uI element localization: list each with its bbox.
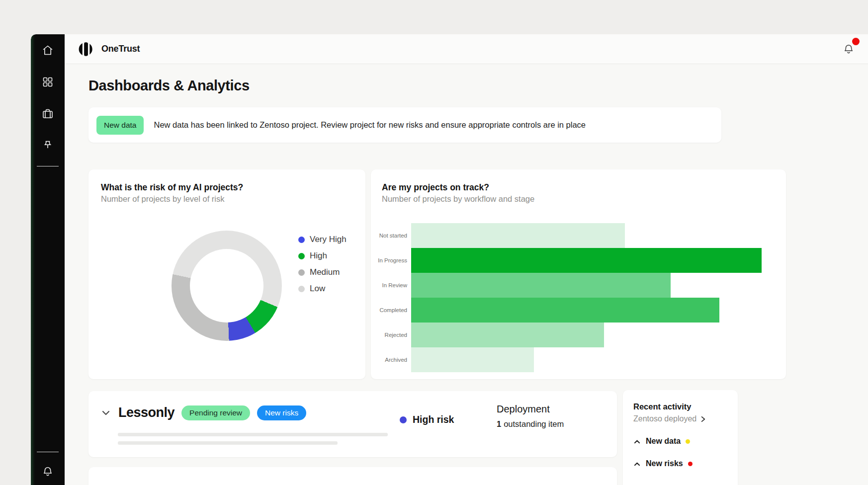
- activity-list: New dataNew risks: [633, 437, 728, 468]
- top-header: OneTrust: [65, 34, 868, 64]
- stage-block: Deployment 1 outstanding item: [497, 404, 564, 429]
- bar-fill: [411, 273, 671, 298]
- pin-icon[interactable]: [41, 139, 54, 152]
- onetrust-logo-icon: [78, 42, 95, 56]
- recent-activity-card: Recent activity Zentoso deployed New dat…: [623, 390, 738, 485]
- legend-item: Medium: [298, 267, 347, 277]
- chevron-down-icon[interactable]: [100, 407, 111, 418]
- legend-dot: [298, 237, 305, 243]
- bar-row: Not started: [371, 223, 786, 248]
- bar-category-label: In Progress: [371, 248, 411, 273]
- bar-fill: [411, 347, 534, 372]
- activity-status-dot: [688, 462, 693, 466]
- placeholder-line: [118, 441, 338, 445]
- sidebar-divider: [37, 166, 59, 166]
- risk-flag: High risk: [400, 414, 454, 425]
- main-area: OneTrust Dashboards & Analytics New data…: [65, 34, 868, 485]
- sidebar: [31, 34, 65, 485]
- bar-category-label: Rejected: [371, 323, 411, 347]
- bar-row: Rejected: [371, 323, 786, 347]
- caret-up-icon: [633, 461, 641, 467]
- recent-activity-title: Recent activity: [633, 402, 728, 411]
- home-icon[interactable]: [41, 44, 54, 57]
- apps-grid-icon[interactable]: [41, 76, 54, 88]
- bar-fill: [411, 248, 762, 273]
- workflow-bars: Not startedIn ProgressIn ReviewCompleted…: [371, 223, 786, 372]
- briefcase-icon[interactable]: [41, 107, 54, 120]
- bar-fill: [411, 223, 625, 248]
- legend-item: Low: [298, 284, 347, 294]
- chevron-right-icon: [700, 415, 706, 423]
- activity-row-label: New risks: [646, 459, 683, 468]
- bar-category-label: Archived: [371, 347, 411, 372]
- risk-chart-title: What is the risk of my AI projects?: [101, 182, 243, 193]
- bell-icon-sidebar[interactable]: [41, 465, 54, 478]
- bar-category-label: In Review: [371, 273, 411, 298]
- new-data-banner: New data New data has been linked to Zen…: [88, 107, 721, 143]
- caret-up-icon: [633, 439, 641, 444]
- legend-dot: [298, 286, 305, 292]
- legend-label: Very High: [310, 235, 347, 244]
- risk-legend: Very HighHighMediumLow: [298, 235, 347, 294]
- bar-row: In Progress: [371, 248, 786, 273]
- activity-row-label: New data: [646, 437, 681, 446]
- content: Dashboards & Analytics New data New data…: [65, 64, 868, 485]
- workflow-chart-card: Are my projects on track? Number of proj…: [371, 169, 786, 379]
- risk-chart-card: What is the risk of my AI projects? Numb…: [88, 169, 365, 379]
- bar-category-label: Completed: [371, 298, 411, 323]
- page-title: Dashboards & Analytics: [88, 78, 250, 94]
- app-window: OneTrust Dashboards & Analytics New data…: [31, 34, 868, 485]
- pending-review-badge: Pending review: [181, 405, 250, 420]
- sidebar-divider-bottom: [37, 452, 59, 452]
- legend-label: Low: [310, 284, 325, 294]
- workflow-chart-title: Are my projects on track?: [382, 182, 489, 193]
- new-risks-badge: New risks: [257, 405, 306, 420]
- brand: OneTrust: [78, 42, 140, 56]
- bar-fill: [411, 323, 604, 347]
- bar-fill: [411, 298, 719, 323]
- stage-name: Deployment: [497, 404, 564, 415]
- legend-dot: [298, 269, 305, 276]
- bar-row: Archived: [371, 347, 786, 372]
- legend-item: High: [298, 251, 347, 261]
- new-data-badge: New data: [96, 116, 144, 135]
- risk-donut: [172, 231, 282, 341]
- legend-dot: [298, 253, 305, 259]
- risk-level-label: High risk: [413, 414, 454, 425]
- risk-chart-subtitle: Number of projects by level of risk: [101, 194, 225, 204]
- legend-item: Very High: [298, 235, 347, 244]
- activity-row[interactable]: New risks: [633, 459, 728, 468]
- next-project-card: [88, 467, 617, 485]
- bar-category-label: Not started: [371, 223, 411, 248]
- zentoso-deployed-link[interactable]: Zentoso deployed: [633, 414, 728, 423]
- notifications-bell[interactable]: [842, 43, 855, 56]
- brand-name: OneTrust: [101, 44, 140, 54]
- placeholder-line: [118, 433, 388, 436]
- activity-row[interactable]: New data: [633, 437, 728, 446]
- bar-row: In Review: [371, 273, 786, 298]
- activity-status-dot: [686, 439, 690, 444]
- project-row: Lessonly Pending review New risks High r…: [88, 391, 617, 457]
- legend-label: Medium: [310, 267, 340, 277]
- risk-level-dot: [400, 416, 407, 423]
- outstanding-count: 1: [497, 419, 501, 429]
- bar-row: Completed: [371, 298, 786, 323]
- banner-message: New data has been linked to Zentoso proj…: [154, 120, 586, 130]
- workflow-chart-subtitle: Number of projects by workflow and stage: [382, 194, 534, 204]
- notification-badge-dot: [852, 38, 860, 45]
- legend-label: High: [310, 251, 327, 261]
- project-name[interactable]: Lessonly: [118, 405, 174, 420]
- outstanding-label: outstanding item: [504, 419, 564, 429]
